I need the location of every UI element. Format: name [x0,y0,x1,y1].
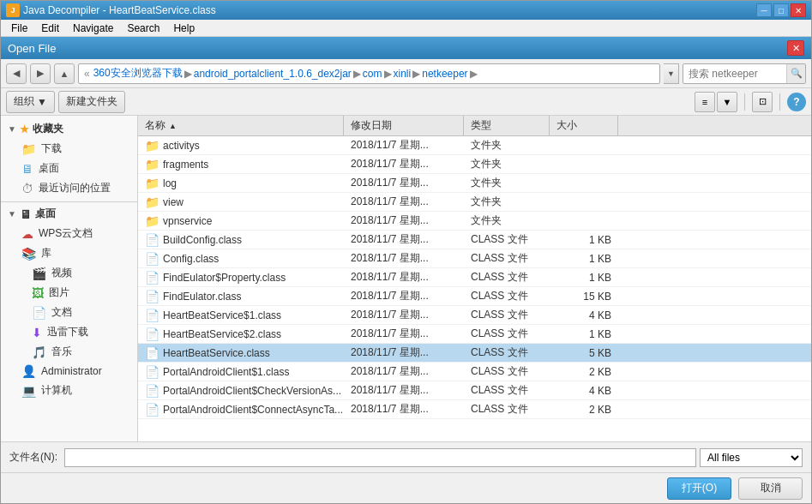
sidebar-item-doc[interactable]: 📄 文档 [1,303,137,322]
search-button[interactable]: 🔍 [786,64,805,83]
minimize-button[interactable]: ─ [756,3,772,17]
sidebar-desktop-section: ▼ 🖥 桌面 ☁ WPS云文档 📚 库 🎬 视频 🖼 [1,204,137,400]
help-button[interactable]: ? [787,93,806,111]
folder-icon: 📁 [145,177,159,190]
up-button[interactable]: ▲ [54,63,75,84]
breadcrumb-dropdown[interactable]: ▼ [664,63,679,84]
table-row[interactable]: 📁view 2018/11/7 星期... 文件夹 [138,193,811,212]
content-area: ▼ ★ 收藏夹 📁 下载 🖥 桌面 ⏱ 最近访问的位置 [1,116,811,441]
search-input[interactable] [683,68,786,80]
filetype-select[interactable]: All files [700,448,803,467]
table-row[interactable]: 📄PortalAndroidClient$1.class 2018/11/7 星… [138,363,811,381]
preview-button[interactable]: ⊡ [752,92,773,112]
forward-button[interactable]: ▶ [30,63,51,84]
image-icon: 🖼 [32,286,44,300]
toolbar-separator [744,93,745,111]
table-row[interactable]: 📄HeartBeatService$2.class 2018/11/7 星期..… [138,325,811,344]
sidebar-item-downloads[interactable]: 📁 下载 [1,139,137,159]
breadcrumb-item-4[interactable]: xinli [394,68,412,80]
class-file-icon: 📄 [145,346,159,360]
dialog-title-text: Open File [8,42,56,55]
new-folder-button[interactable]: 新建文件夹 [58,91,125,113]
filename-label: 文件名(N): [9,450,57,465]
toolbar-separator-2 [779,93,780,111]
col-header-name[interactable]: 名称 ▲ [138,116,344,135]
menu-search[interactable]: Search [120,21,166,36]
folder-icon: 📁 [145,139,159,153]
breadcrumb-item-5[interactable]: netkeeper [422,68,467,80]
table-row[interactable]: 📁vpnservice 2018/11/7 星期... 文件夹 [138,212,811,231]
table-row[interactable]: 📄PortalAndroidClient$ConnectAsyncTa... 2… [138,400,811,419]
sidebar-item-admin[interactable]: 👤 Administrator [1,362,137,381]
breadcrumb-item-1[interactable]: 360安全浏览器下载 [93,66,183,81]
col-header-type[interactable]: 类型 [464,116,550,135]
sidebar-item-music[interactable]: 🎵 音乐 [1,342,137,362]
breadcrumb-item-2[interactable]: android_portalclient_1.0.6_dex2jar [194,68,352,80]
document-icon: 📄 [32,306,46,320]
menu-edit[interactable]: Edit [34,21,66,36]
breadcrumb-arrow-5: ▶ [470,68,478,80]
col-header-date[interactable]: 修改日期 [344,116,464,135]
table-row[interactable]: 📄PortalAndroidClient$CheckVersionAs... 2… [138,381,811,400]
col-header-size[interactable]: 大小 [550,116,618,135]
breadcrumb-arrow-1: ▶ [184,68,192,80]
menu-bar: File Edit Navigate Search Help [1,20,811,37]
table-row[interactable]: 📄HeartBeatService$1.class 2018/11/7 星期..… [138,306,811,325]
table-row[interactable]: 📁log 2018/11/7 星期... 文件夹 [138,174,811,193]
action-bar: 打开(O) 取消 [1,472,811,503]
sidebar-item-computer[interactable]: 💻 计算机 [1,381,137,400]
folder-icon: 📁 [145,214,159,228]
menu-navigate[interactable]: Navigate [66,21,120,36]
window-title: Java Decompiler - HeartBeatService.class [23,4,756,16]
breadcrumb-arrow-3: ▶ [384,68,392,80]
sidebar-favorites-section: ▼ ★ 收藏夹 📁 下载 🖥 桌面 ⏱ 最近访问的位置 [1,119,137,198]
sidebar-favorites-header[interactable]: ▼ ★ 收藏夹 [1,119,137,139]
sidebar-item-wps[interactable]: ☁ WPS云文档 [1,224,137,243]
maximize-button[interactable]: □ [773,3,789,17]
favorites-star-icon: ★ [20,123,29,135]
breadcrumb-prefix: « [84,68,90,80]
class-file-icon: 📄 [145,233,159,247]
view-list-button[interactable]: ≡ [695,92,715,112]
sidebar-item-video[interactable]: 🎬 视频 [1,263,137,283]
table-row[interactable]: 📄HeartBeatService.class 2018/11/7 星期... … [138,344,811,363]
table-row[interactable]: 📁fragments 2018/11/7 星期... 文件夹 [138,155,811,174]
open-button[interactable]: 打开(O) [667,477,731,500]
cancel-button[interactable]: 取消 [738,477,803,500]
recent-icon: ⏱ [21,182,33,195]
sidebar-item-desktop[interactable]: 🖥 桌面 [1,159,137,178]
class-file-icon: 📄 [145,403,159,417]
view-dropdown-button[interactable]: ▼ [717,92,737,112]
admin-icon: 👤 [21,364,36,378]
table-row[interactable]: 📄BuildConfig.class 2018/11/7 星期... CLASS… [138,231,811,249]
sidebar-item-lib[interactable]: 📚 库 [1,243,137,263]
sidebar-item-image[interactable]: 🖼 图片 [1,283,137,303]
table-row[interactable]: 📁activitys 2018/11/7 星期... 文件夹 [138,136,811,155]
class-file-icon: 📄 [145,271,159,285]
organize-button[interactable]: 组织 ▼ [6,91,55,113]
breadcrumb-arrow-2: ▶ [353,68,361,80]
table-row[interactable]: 📄FindEulator$Property.class 2018/11/7 星期… [138,268,811,287]
sidebar: ▼ ★ 收藏夹 📁 下载 🖥 桌面 ⏱ 最近访问的位置 [1,116,138,441]
table-row[interactable]: 📄FindEulator.class 2018/11/7 星期... CLASS… [138,287,811,306]
menu-help[interactable]: Help [166,21,201,36]
breadcrumb-arrow-4: ▶ [412,68,420,80]
breadcrumb-item-3[interactable]: com [363,68,382,80]
table-row[interactable]: 📄Config.class 2018/11/7 星期... CLASS 文件 1… [138,249,811,268]
menu-file[interactable]: File [4,21,34,36]
sidebar-desktop-header[interactable]: ▼ 🖥 桌面 [1,204,137,224]
class-file-icon: 📄 [145,365,159,379]
organize-dropdown-icon: ▼ [37,96,47,108]
filename-input[interactable] [64,448,696,467]
address-bar: ◀ ▶ ▲ « 360安全浏览器下载 ▶ android_portalclien… [1,59,811,88]
class-file-icon: 📄 [145,384,159,398]
sidebar-item-thunder-download[interactable]: ⬇ 迅雷下载 [1,322,137,342]
dialog-close-button[interactable]: ✕ [787,40,804,56]
folder-icon: 📁 [145,158,159,171]
close-button[interactable]: ✕ [791,3,806,17]
back-button[interactable]: ◀ [6,63,27,84]
main-window: J Java Decompiler - HeartBeatService.cla… [0,0,812,504]
sidebar-item-recent[interactable]: ⏱ 最近访问的位置 [1,178,137,198]
file-list-body: 📁activitys 2018/11/7 星期... 文件夹 📁fragment… [138,136,811,441]
breadcrumb: « 360安全浏览器下载 ▶ android_portalclient_1.0.… [78,63,660,84]
